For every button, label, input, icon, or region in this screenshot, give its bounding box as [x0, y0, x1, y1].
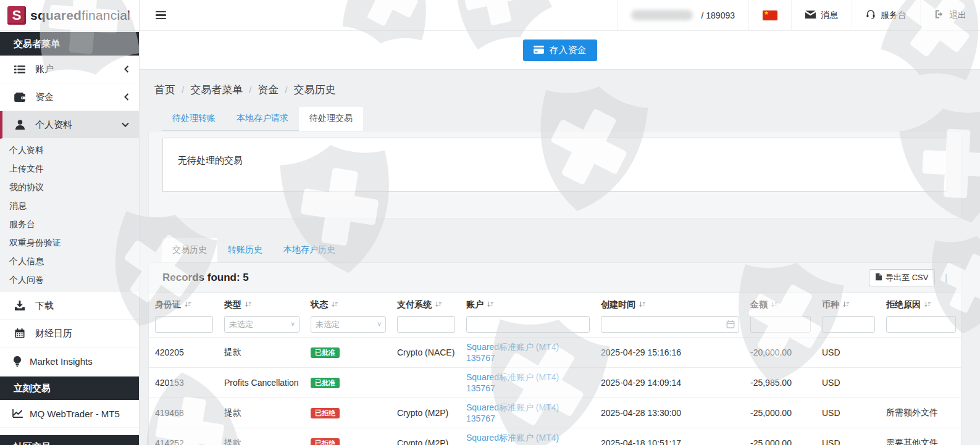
cell-account: Squared标准账户 (MT4) 135767	[460, 398, 595, 428]
sidebar-item-funds[interactable]: 资金	[0, 83, 139, 111]
brand-logo[interactable]: S squaredfinancial	[0, 0, 140, 31]
sidebar-item-economic-calendar[interactable]: 财经日历	[0, 320, 139, 347]
page-content: 首页/ 交易者菜单/ 资金/ 交易历史 待处理转账 本地存户请求 待处理交易 无…	[140, 69, 980, 445]
column-header-reject-reason[interactable]: 拒绝原因	[880, 293, 961, 314]
headset-icon	[866, 9, 876, 21]
sort-icon[interactable]	[245, 300, 252, 310]
tab-transaction-history[interactable]: 交易历史	[162, 238, 217, 262]
account-link[interactable]: Squared标准账户 (MT4) 135767	[466, 372, 559, 393]
type-filter-select[interactable]: 未选定˅	[224, 316, 299, 333]
tab-pending-transactions[interactable]: 待处理交易	[299, 107, 363, 131]
column-header-account[interactable]: 账户	[460, 293, 595, 314]
amount-filter-input[interactable]	[750, 316, 811, 333]
sidebar-item-profile[interactable]: 个人资料	[0, 111, 139, 139]
column-toggle-button[interactable]: |	[942, 273, 950, 283]
tab-local-depositor-history[interactable]: 本地存户历史	[273, 238, 346, 262]
cell-payment-system: Crypto (NACE)	[391, 338, 460, 368]
submenu-item-messages[interactable]: 消息	[0, 197, 139, 215]
sort-icon[interactable]	[331, 300, 338, 310]
breadcrumb-home[interactable]: 首页	[154, 83, 175, 97]
sort-icon[interactable]	[842, 300, 850, 310]
tab-transfer-history[interactable]: 转账历史	[217, 238, 273, 262]
sort-icon[interactable]	[771, 300, 778, 310]
column-header-id[interactable]: 身份证	[149, 293, 218, 314]
export-csv-button[interactable]: 导出至 CSV	[869, 269, 935, 286]
sidebar-header-community-trading: 社区交易	[0, 435, 139, 445]
status-badge: 已批准	[311, 378, 340, 388]
history-tabs: 交易历史 转账历史 本地存户历史	[162, 238, 346, 262]
tab-local-depositor-requests[interactable]: 本地存户请求	[226, 107, 299, 131]
column-header-payment-system[interactable]: 支付系统	[391, 293, 460, 314]
messages-button[interactable]: 消息	[791, 0, 852, 31]
china-flag-icon: ★	[763, 10, 777, 20]
submenu-item-questionnaire[interactable]: 个人问卷	[0, 271, 139, 289]
submenu-item-personal-info[interactable]: 个人信息	[0, 252, 139, 271]
cell-reject-reason	[880, 368, 961, 398]
reject-reason-filter-input[interactable]	[886, 316, 956, 333]
breadcrumb-trader-menu[interactable]: 交易者菜单	[190, 83, 243, 97]
cell-reject-reason: 需要其他文件	[880, 428, 961, 445]
chevron-down-icon: ˅	[377, 321, 381, 328]
account-link[interactable]: Squared标准账户 (MT4) 135767	[466, 342, 559, 363]
submenu-item-helpdesk[interactable]: 服务台	[0, 215, 139, 234]
account-link[interactable]: Squared标准账户 (MT4) 135767	[466, 433, 559, 445]
sort-icon[interactable]	[487, 300, 494, 310]
sort-icon[interactable]	[435, 300, 442, 310]
sort-icon[interactable]	[639, 300, 646, 310]
account-link[interactable]: Squared标准账户 (MT4) 135767	[466, 402, 559, 423]
payment-system-filter-input[interactable]	[397, 316, 455, 333]
chevron-down-icon: ˅	[291, 321, 295, 328]
cell-amount: -25,985.00	[744, 368, 816, 398]
cell-account: Squared标准账户 (MT4) 135767	[460, 428, 595, 445]
cell-payment-system: Crypto (M2P)	[391, 428, 460, 445]
cell-created-time: 2025-04-29 14:09:14	[595, 368, 744, 398]
column-header-amount[interactable]: 金额	[744, 293, 816, 314]
sidebar-toggle-icon[interactable]	[152, 7, 170, 23]
sidebar-item-webtrader[interactable]: MQ WebTrader - MT5	[0, 400, 139, 428]
submenu-item-my-agreements[interactable]: 我的协议	[0, 178, 139, 197]
submenu-item-profile[interactable]: 个人资料	[0, 141, 139, 160]
column-header-currency[interactable]: 币种	[816, 293, 880, 314]
chevron-left-icon	[124, 93, 129, 101]
transactions-table: 身份证 类型 状态 支付系统 账户 创建时间 金额 币种 拒绝原因	[149, 293, 961, 445]
submenu-item-upload-documents[interactable]: 上传文件	[0, 160, 139, 178]
cell-currency: USD	[816, 368, 880, 398]
account-filter-input[interactable]	[466, 316, 590, 333]
tab-pending-transfers[interactable]: 待处理转账	[162, 107, 226, 131]
user-name-redacted	[631, 10, 693, 20]
sidebar-item-downloads[interactable]: 下载	[0, 292, 139, 320]
id-filter-input[interactable]	[155, 316, 213, 333]
cell-type: 提款	[218, 398, 304, 428]
currency-filter-input[interactable]	[822, 316, 875, 333]
sidebar: 交易者菜单 账户 资金 个人资料 个人资料 上传文件 我的协议 消息 服务台 双…	[0, 31, 140, 445]
logout-button[interactable]: 退出	[920, 0, 980, 31]
records-card: Records found: 5 导出至 CSV |	[148, 262, 961, 445]
cell-account: Squared标准账户 (MT4) 135767	[460, 338, 595, 368]
status-badge: 已拒绝	[311, 408, 340, 418]
column-header-status[interactable]: 状态	[304, 293, 391, 314]
table-row: 414252提款已拒绝Crypto (M2P)Squared标准账户 (MT4)…	[149, 428, 961, 445]
status-filter-select[interactable]: 未选定˅	[311, 316, 386, 333]
helpdesk-button[interactable]: 服务台	[852, 0, 920, 31]
sort-icon[interactable]	[184, 300, 191, 310]
main-area: 存入资金 首页/ 交易者菜单/ 资金/ 交易历史 待处理转账 本地存户请求 待处…	[140, 31, 980, 445]
sidebar-item-accounts[interactable]: 账户	[0, 56, 139, 83]
column-header-type[interactable]: 类型	[218, 293, 304, 314]
cell-status: 已批准	[304, 338, 391, 368]
column-header-created-time[interactable]: 创建时间	[595, 293, 744, 314]
pending-tabs: 待处理转账 本地存户请求 待处理交易	[162, 107, 363, 131]
user-account[interactable]: / 189093	[617, 0, 749, 31]
submenu-item-two-factor-auth[interactable]: 双重身份验证	[0, 234, 139, 252]
sort-icon[interactable]	[924, 300, 931, 310]
brand-logo-icon: S	[7, 6, 26, 25]
breadcrumb-funds[interactable]: 资金	[258, 83, 279, 97]
cell-currency: USD	[816, 428, 880, 445]
language-selector[interactable]: ★	[748, 0, 791, 31]
lightbulb-icon	[11, 356, 23, 367]
list-icon	[14, 65, 26, 74]
deposit-funds-button[interactable]: 存入资金	[523, 40, 597, 61]
calendar-icon	[726, 320, 735, 330]
cell-created-time: 2025-04-18 10:51:17	[595, 428, 744, 445]
sidebar-item-market-insights[interactable]: Market Insights	[0, 347, 139, 375]
created-time-filter-input[interactable]	[601, 316, 739, 333]
